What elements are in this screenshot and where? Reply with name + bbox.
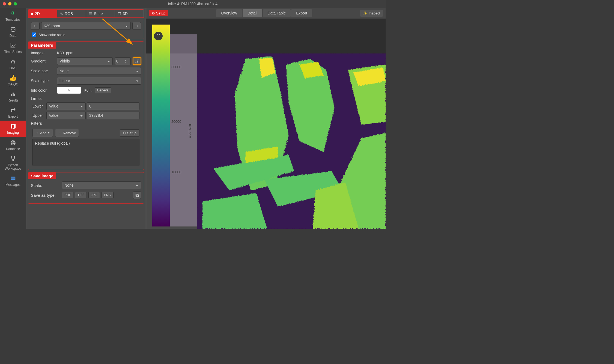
transfer-icon: ⇄: [11, 107, 16, 114]
sidebar-item-messages[interactable]: Messages: [0, 173, 26, 189]
copy-icon: [135, 193, 139, 197]
svg-point-6: [14, 156, 15, 157]
font-button[interactable]: Geneva: [95, 87, 111, 93]
sidebar-item-imaging[interactable]: Imaging: [0, 121, 26, 137]
tab-overview[interactable]: Overview: [216, 9, 242, 17]
gradient-list-button[interactable]: [133, 57, 141, 65]
spinner-up-icon[interactable]: ▲: [124, 59, 128, 61]
show-color-scale-label: Show color scale: [38, 33, 65, 37]
sidebar-item-qaqc[interactable]: 👍 QA/QC: [0, 72, 26, 88]
scaletype-select[interactable]: Linear: [57, 77, 141, 85]
database-icon: [10, 26, 16, 33]
svg-rect-11: [136, 195, 139, 197]
filters-header: Filters: [31, 121, 141, 126]
gear-icon: ⚙: [10, 58, 16, 65]
tab-data-table[interactable]: Data Table: [263, 9, 291, 17]
inspect-button[interactable]: ✨ Inspect: [360, 10, 383, 17]
expand-button[interactable]: ⛶: [154, 32, 163, 40]
svg-point-0: [11, 27, 15, 29]
sidebar-item-data[interactable]: Data: [0, 24, 26, 40]
show-color-scale-checkbox[interactable]: [32, 32, 36, 37]
sidebar-item-python-workspace[interactable]: Python Workspace: [0, 153, 26, 173]
wand-icon: ✨: [363, 11, 367, 15]
tab-2d[interactable]: ■ 2D: [28, 10, 57, 17]
filter-list[interactable]: Replace null (global): [32, 139, 139, 166]
font-label: Font:: [84, 88, 93, 93]
sidebar-item-results[interactable]: Results: [0, 88, 26, 105]
lower-limit-label: Lower: [32, 104, 45, 108]
sidebar-item-export[interactable]: ⇄ Export: [0, 105, 26, 121]
images-value: K39_ppm: [57, 51, 73, 55]
filter-list-item[interactable]: Replace null (global): [35, 141, 137, 145]
image-view[interactable]: ⛶ 30000 20000 10000 K39_ppm: [146, 19, 386, 229]
sidebar-item-label: Export: [8, 115, 18, 118]
color-scale-bar[interactable]: [152, 25, 170, 226]
tab-rgb[interactable]: ✎ RGB: [57, 10, 86, 17]
titlebar: iolite 4: RM1209-4bmica2.io4: [0, 0, 386, 8]
sidebar-item-time-series[interactable]: Time Series: [0, 40, 26, 56]
gradient-offset-spinner[interactable]: ▲▼: [115, 57, 131, 65]
tab-stack[interactable]: ☰ Stack: [86, 10, 115, 17]
tab-export[interactable]: Export: [291, 9, 312, 17]
scalebar-select[interactable]: None: [57, 67, 141, 75]
brush-icon: ✎: [67, 88, 71, 93]
svg-point-5: [11, 156, 12, 157]
lower-value-input[interactable]: [87, 102, 139, 110]
colorbar-axis-label: K39_ppm: [188, 124, 192, 138]
sidebar-item-label: DRS: [10, 67, 16, 70]
image-panel: ⚙ Setup Overview Detail Data Table Expor…: [146, 8, 386, 229]
upper-value-input[interactable]: [87, 112, 139, 119]
sidebar-item-templates[interactable]: ✈ Templates: [0, 8, 26, 24]
sidebar-item-label: Templates: [5, 18, 20, 22]
eyedropper-icon: ✎: [60, 12, 63, 16]
sidebar-item-database[interactable]: Database: [0, 137, 26, 153]
infocolor-label: Info color:: [31, 88, 55, 93]
expand-icon: ⛶: [156, 34, 160, 38]
chart-line-icon: [10, 42, 16, 49]
svg-rect-2: [13, 93, 14, 96]
svg-point-7: [13, 160, 13, 161]
map-icon: [10, 123, 16, 130]
save-png-button[interactable]: PNG: [102, 192, 114, 198]
thumbs-up-icon: 👍: [9, 74, 17, 82]
sidebar-item-label: Results: [7, 99, 18, 102]
save-scale-select[interactable]: None: [62, 181, 141, 189]
heatmap-image[interactable]: [197, 53, 386, 229]
info-color-swatch[interactable]: ✎: [57, 87, 81, 94]
colorbar-tick: 30000: [171, 65, 181, 69]
sidebar-item-label: QA/QC: [8, 83, 18, 86]
add-filter-button[interactable]: ＋ Add ▼: [32, 129, 53, 137]
minimize-window-icon[interactable]: [8, 2, 11, 5]
save-jpg-button[interactable]: JPG: [88, 192, 100, 198]
gear-icon: ⚙: [123, 131, 126, 135]
tab-label: RGB: [65, 11, 73, 16]
remove-filter-button[interactable]: － Remove: [55, 129, 79, 137]
gradient-offset-input[interactable]: [115, 59, 124, 63]
minus-icon: －: [58, 130, 62, 135]
close-window-icon[interactable]: [3, 2, 6, 5]
channel-select[interactable]: K39_ppm: [41, 22, 131, 30]
copy-image-button[interactable]: [133, 191, 141, 199]
chevron-down-icon: ▼: [47, 132, 50, 134]
filter-setup-button[interactable]: ⚙ Setup: [120, 129, 139, 137]
images-label: Images:: [31, 51, 55, 55]
next-channel-button[interactable]: →: [132, 22, 141, 30]
upper-mode-select[interactable]: Value: [46, 112, 86, 119]
gear-icon: ⚙: [152, 11, 155, 15]
spinner-down-icon[interactable]: ▼: [124, 61, 128, 63]
gradient-label: Gradient:: [31, 59, 55, 63]
save-tiff-button[interactable]: TIFF: [75, 192, 87, 198]
sidebar-item-drs[interactable]: ⚙ DRS: [0, 56, 26, 72]
prev-channel-button[interactable]: ←: [31, 22, 40, 30]
image-setup-button[interactable]: ⚙ Setup: [149, 10, 168, 16]
tab-label: 3D: [123, 11, 128, 16]
gradient-select[interactable]: Viridis: [57, 57, 113, 65]
maximize-window-icon[interactable]: [14, 2, 17, 5]
tab-detail[interactable]: Detail: [243, 9, 262, 17]
lower-mode-select[interactable]: Value: [46, 102, 86, 110]
save-pdf-button[interactable]: PDF: [62, 192, 73, 198]
scalebar-label: Scale bar:: [31, 69, 55, 73]
tab-3d[interactable]: ❒ 3D: [115, 10, 144, 17]
svg-rect-3: [14, 94, 15, 96]
square-icon: ■: [31, 12, 33, 16]
